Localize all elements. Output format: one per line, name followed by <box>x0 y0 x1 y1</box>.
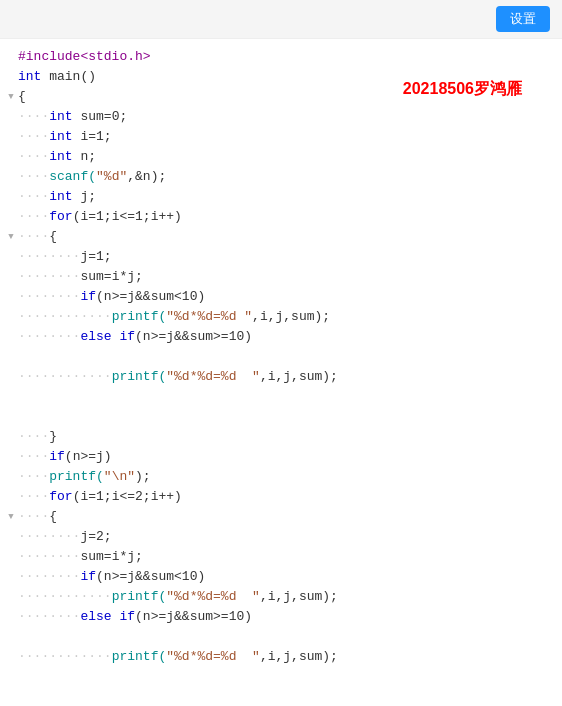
top-bar: 设置 <box>0 0 562 39</box>
fold-arrow <box>4 127 18 147</box>
fold-arrow <box>4 627 18 647</box>
fold-arrow <box>4 67 18 87</box>
code-token: sum=i*j; <box>80 267 142 287</box>
indent-dots: ···· <box>18 167 49 187</box>
code-token: printf( <box>112 367 167 387</box>
code-token: else <box>80 327 119 347</box>
indent-dots: ···· <box>18 107 49 127</box>
code-token: n; <box>80 147 96 167</box>
code-token: \n <box>112 467 128 487</box>
code-token: %d*%d=%d <box>174 367 252 387</box>
code-token: " <box>96 167 104 187</box>
code-line: ▼{ <box>4 87 562 107</box>
code-token: sum=0; <box>80 107 127 127</box>
code-token: main() <box>49 67 96 87</box>
code-token: scanf( <box>49 167 96 187</box>
code-line: ····printf("\n"); <box>4 467 562 487</box>
code-token: } <box>49 427 57 447</box>
fold-arrow <box>4 387 18 407</box>
settings-button[interactable]: 设置 <box>496 6 550 32</box>
fold-arrow <box>4 307 18 327</box>
code-token: if <box>80 287 96 307</box>
code-line: ············printf("%d*%d=%d ",i,j,sum); <box>4 367 562 387</box>
fold-arrow[interactable]: ▼ <box>4 87 18 107</box>
indent-dots: ···· <box>18 207 49 227</box>
indent-dots: ···· <box>18 127 49 147</box>
code-token: (n>=j&&sum>=10) <box>135 607 252 627</box>
fold-arrow <box>4 647 18 667</box>
indent-dots: ···· <box>18 427 49 447</box>
code-token: " <box>127 467 135 487</box>
code-token: if <box>119 607 135 627</box>
code-token: (i=1;i<=1;i++) <box>73 207 182 227</box>
code-line: ····scanf("%d",&n); <box>4 167 562 187</box>
code-line: int main() <box>4 67 562 87</box>
fold-arrow <box>4 287 18 307</box>
code-token: int <box>49 187 80 207</box>
fold-arrow <box>4 407 18 427</box>
code-line: ········else if(n>=j&&sum>=10) <box>4 607 562 627</box>
indent-dots: ············ <box>18 587 112 607</box>
fold-arrow <box>4 47 18 67</box>
code-token: { <box>49 507 57 527</box>
indent-dots: ········ <box>18 567 80 587</box>
fold-arrow <box>4 267 18 287</box>
fold-arrow <box>4 207 18 227</box>
indent-dots: ········ <box>18 547 80 567</box>
indent-dots: ···· <box>18 227 49 247</box>
indent-dots: ········ <box>18 247 80 267</box>
fold-arrow <box>4 527 18 547</box>
code-token: int <box>18 67 49 87</box>
fold-arrow <box>4 167 18 187</box>
code-line: ····int n; <box>4 147 562 167</box>
code-line: ····int sum=0; <box>4 107 562 127</box>
code-token: ,i,j,sum); <box>260 587 338 607</box>
code-token: sum=i*j; <box>80 547 142 567</box>
fold-arrow <box>4 187 18 207</box>
code-token: %d*%d=%d <box>174 587 252 607</box>
indent-dots: ············ <box>18 647 112 667</box>
code-token: (n>=j&&sum<10) <box>96 287 205 307</box>
code-token: ,i,j,sum); <box>252 307 330 327</box>
code-token: int <box>49 127 80 147</box>
code-line: ········else if(n>=j&&sum>=10) <box>4 327 562 347</box>
code-token: ,&n); <box>127 167 166 187</box>
fold-arrow <box>4 467 18 487</box>
code-line: ····if(n>=j) <box>4 447 562 467</box>
code-token: i=1; <box>80 127 111 147</box>
code-token: (n>=j&&sum>=10) <box>135 327 252 347</box>
code-token: " <box>166 587 174 607</box>
code-line: #include<stdio.h> <box>4 47 562 67</box>
code-token: printf( <box>112 307 167 327</box>
code-token: j; <box>80 187 96 207</box>
fold-arrow[interactable]: ▼ <box>4 507 18 527</box>
indent-dots: ········ <box>18 607 80 627</box>
code-line: ········j=1; <box>4 247 562 267</box>
code-token: if <box>49 447 65 467</box>
code-token: printf( <box>112 587 167 607</box>
code-token: " <box>252 367 260 387</box>
code-token: " <box>119 167 127 187</box>
code-token: printf( <box>112 647 167 667</box>
code-line: ············printf("%d*%d=%d ",i,j,sum); <box>4 307 562 327</box>
fold-arrow <box>4 487 18 507</box>
fold-arrow <box>4 147 18 167</box>
indent-dots: ···· <box>18 447 49 467</box>
indent-dots: ········ <box>18 267 80 287</box>
code-token: { <box>49 227 57 247</box>
code-token: (n>=j) <box>65 447 112 467</box>
code-token: int <box>49 107 80 127</box>
code-token: int <box>49 147 80 167</box>
fold-arrow[interactable]: ▼ <box>4 227 18 247</box>
code-token: j=2; <box>80 527 111 547</box>
indent-dots: ········ <box>18 527 80 547</box>
code-token: %d*%d=%d <box>174 307 244 327</box>
code-line: ········sum=i*j; <box>4 267 562 287</box>
code-token: " <box>166 307 174 327</box>
indent-dots: ···· <box>18 467 49 487</box>
fold-arrow <box>4 247 18 267</box>
code-line: ········sum=i*j; <box>4 547 562 567</box>
fold-arrow <box>4 587 18 607</box>
code-token: ); <box>135 467 151 487</box>
code-token: ,i,j,sum); <box>260 647 338 667</box>
